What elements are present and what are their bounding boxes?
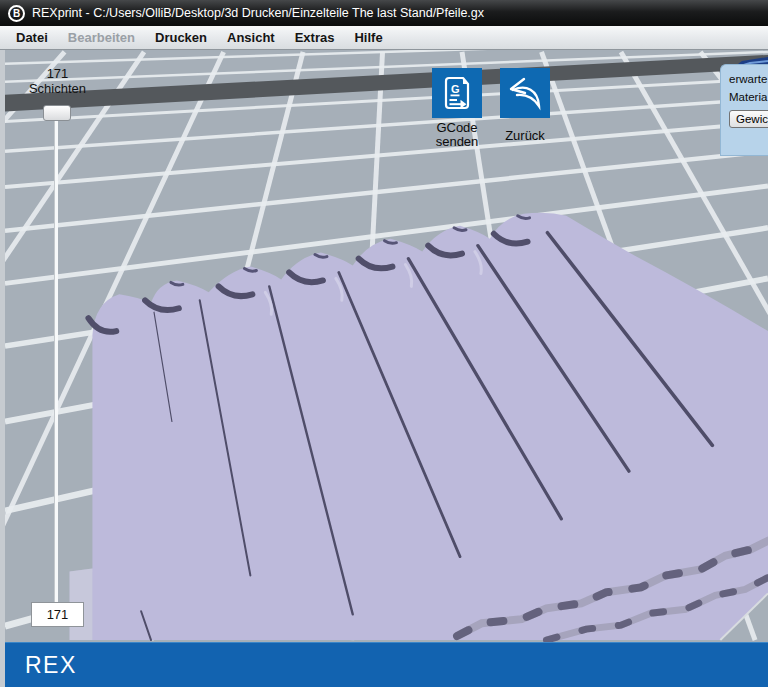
3d-viewport[interactable]: 171 Schichten 171 G GCode <box>5 50 768 642</box>
menu-ansicht[interactable]: Ansicht <box>217 28 285 47</box>
menu-extras[interactable]: Extras <box>285 28 345 47</box>
menu-hilfe[interactable]: Hilfe <box>344 28 392 47</box>
menubar: Datei Bearbeiten Drucken Ansicht Extras … <box>0 26 768 50</box>
menu-drucken[interactable]: Drucken <box>145 28 217 47</box>
gcode-send-label: GCode senden <box>417 121 497 150</box>
info-panel: erwarte Materia Gewich <box>720 64 768 156</box>
window-title: REXprint - C:/Users/OlliB/Desktop/3d Dru… <box>32 6 484 20</box>
titlebar[interactable]: B REXprint - C:/Users/OlliB/Desktop/3d D… <box>0 0 768 26</box>
menu-datei[interactable]: Datei <box>6 28 58 47</box>
gcode-send-button[interactable]: G <box>432 68 482 118</box>
layer-slider-handle[interactable] <box>43 105 71 121</box>
rexprint-logo-icon: B <box>8 5 25 22</box>
layer-slider-caption: 171 Schichten <box>15 66 100 97</box>
layer-slider-track[interactable] <box>54 120 58 604</box>
info-row-material: Materia <box>729 91 768 103</box>
back-arrow-icon <box>500 68 550 118</box>
gcode-file-icon: G <box>432 68 482 118</box>
svg-text:G: G <box>451 83 460 95</box>
layer-unit-label: Schichten <box>15 81 100 96</box>
content-area: 171 Schichten 171 G GCode <box>0 50 768 687</box>
layer-count: 171 <box>15 66 100 81</box>
scene-canvas <box>5 50 768 642</box>
weight-button[interactable]: Gewich <box>729 110 768 128</box>
back-label: Zurück <box>492 129 558 143</box>
layer-slider-value: 171 <box>31 602 84 627</box>
footer-bar: REX <box>5 642 768 687</box>
rexprint-window: B REXprint - C:/Users/OlliB/Desktop/3d D… <box>0 0 768 687</box>
brand-logo: REX <box>25 652 77 679</box>
back-button[interactable] <box>500 68 550 118</box>
info-row-expected: erwarte <box>729 73 768 85</box>
menu-bearbeiten: Bearbeiten <box>58 28 145 47</box>
